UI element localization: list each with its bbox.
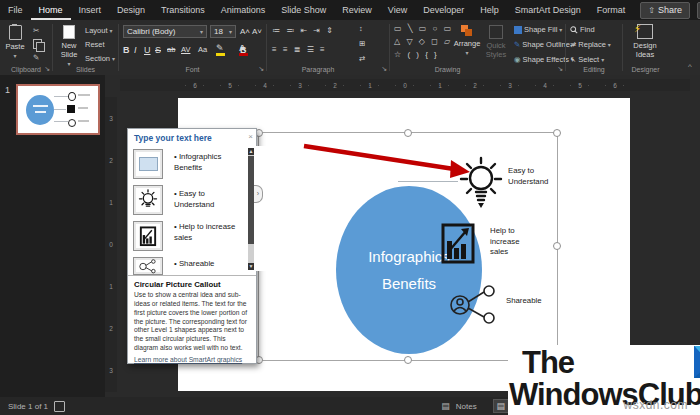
search-icon xyxy=(570,26,578,34)
resize-handle-middle-right[interactable] xyxy=(553,242,561,250)
font-color-button[interactable]: A xyxy=(239,43,248,56)
tab-format[interactable]: Format xyxy=(589,0,634,20)
share-icon: ⇧ xyxy=(648,6,655,15)
section-button[interactable]: Section▾ xyxy=(85,54,115,63)
align-text-button[interactable]: ⊞ xyxy=(359,39,365,48)
normal-view-button[interactable]: ▤ xyxy=(493,399,509,413)
drawing-dialog-launcher[interactable]: ↘ xyxy=(557,65,563,73)
shape-fill-button[interactable]: Shape Fill▾ xyxy=(514,25,562,34)
font-size-select[interactable]: 18▾ xyxy=(210,25,236,38)
copy-icon xyxy=(33,39,42,49)
resize-handle-top-center[interactable] xyxy=(404,129,412,137)
proofing-icon[interactable] xyxy=(54,401,65,412)
tab-home[interactable]: Home xyxy=(31,0,71,20)
dropdown-arrow-icon: ▾ xyxy=(465,50,468,57)
character-spacing-button[interactable]: AV xyxy=(181,45,190,54)
change-case-button[interactable]: Aa xyxy=(198,45,207,54)
notes-button[interactable]: Notes xyxy=(456,402,477,411)
collapse-ribbon-button[interactable]: ^ xyxy=(688,62,692,71)
shape-effects-icon: ◉ xyxy=(514,55,521,64)
tab-file[interactable]: File xyxy=(0,0,31,20)
clipboard-dialog-launcher[interactable]: ↘ xyxy=(44,65,50,73)
node-label-shareable[interactable]: Shareable xyxy=(506,296,566,307)
tab-view[interactable]: View xyxy=(380,0,415,20)
resize-handle-top-right[interactable] xyxy=(553,129,561,137)
select-button[interactable]: ↖ Select▾ xyxy=(570,55,604,64)
picture-placeholder-icon[interactable] xyxy=(133,149,163,179)
font-dialog-launcher[interactable]: ↘ xyxy=(258,65,264,73)
tab-transitions[interactable]: Transitions xyxy=(153,0,213,20)
convert-to-smartart-button[interactable]: ⇄ xyxy=(359,54,365,63)
dropdown-arrow-icon: ▾ xyxy=(110,27,113,34)
outline-item-1[interactable]: Infographics Benefits xyxy=(174,151,246,174)
menu-bar: File Home Insert Design Transitions Anim… xyxy=(0,0,700,20)
resize-handle-bottom-center[interactable] xyxy=(404,356,412,364)
design-ideas-icon: ⚡ xyxy=(637,24,653,39)
cut-button[interactable]: ✂ xyxy=(33,26,39,35)
shapes-gallery-row-2[interactable]: △ ▽ ◇ ◻ ▱ xyxy=(394,37,452,47)
paragraph-align-buttons[interactable]: ≡ ≡ ≣ ☰ ≡ xyxy=(272,45,327,55)
tab-slide-show[interactable]: Slide Show xyxy=(273,0,334,20)
node-label-easy-to-understand[interactable]: Easy to Understand xyxy=(508,166,556,187)
bold-button[interactable]: B xyxy=(123,45,130,55)
format-painter-button[interactable]: ✎ xyxy=(33,53,39,62)
layout-description: Circular Picture Callout Use to show a c… xyxy=(128,275,256,363)
outline-item-2[interactable]: Easy to Understand xyxy=(174,188,246,211)
increase-font-button[interactable]: A˄ xyxy=(240,27,250,36)
highlight-color-button[interactable]: ✎ xyxy=(216,43,225,56)
powerpoint-window: File Home Insert Design Transitions Anim… xyxy=(0,0,700,415)
tab-design[interactable]: Design xyxy=(109,0,153,20)
tab-help[interactable]: Help xyxy=(472,0,507,20)
tab-insert[interactable]: Insert xyxy=(71,0,110,20)
node-label-help-increase-sales[interactable]: Help to increase sales xyxy=(490,226,530,258)
chart-list-icon[interactable] xyxy=(133,221,163,251)
tab-developer[interactable]: Developer xyxy=(415,0,472,20)
tab-animations[interactable]: Animations xyxy=(213,0,274,20)
decrease-font-button[interactable]: A˅ xyxy=(252,27,262,36)
learn-more-link[interactable]: Learn more about SmartArt graphics xyxy=(134,356,250,363)
new-slide-button[interactable]: New Slide ▾ xyxy=(55,25,83,68)
paste-button[interactable]: Paste ▾ xyxy=(3,25,27,60)
tab-smartart-design[interactable]: SmartArt Design xyxy=(507,0,589,20)
paragraph-list-buttons[interactable]: ≔ ≕ ⇤ ⇥ ⇕ xyxy=(272,26,335,36)
find-button[interactable]: Find xyxy=(570,25,595,34)
group-designer: ⚡ Design Ideas Designer xyxy=(623,20,668,74)
italic-button[interactable]: I xyxy=(134,45,137,55)
central-circle-shape[interactable]: Infographics Benefits xyxy=(336,186,482,354)
text-pane-scrollbar[interactable]: ▲▼ xyxy=(248,148,254,270)
replace-button[interactable]: ⇄ Replace▾ xyxy=(570,40,611,49)
arrange-icon xyxy=(461,25,473,37)
chart-icon[interactable] xyxy=(440,222,476,266)
slide-number: 1 xyxy=(5,85,10,95)
quick-styles-button[interactable]: Quick Styles xyxy=(482,25,510,59)
close-icon[interactable]: × xyxy=(248,132,253,141)
underline-button[interactable]: U xyxy=(144,45,151,55)
layout-button[interactable]: Layout▾ xyxy=(85,26,113,35)
outline-item-3[interactable]: Help to increase sales xyxy=(174,221,246,244)
new-slide-icon xyxy=(63,25,75,39)
slide-indicator: Slide 1 of 1 xyxy=(8,402,48,411)
highlight-pen-icon: ✎ xyxy=(216,43,224,53)
font-family-select[interactable]: Calibri (Body)▾ xyxy=(123,25,207,38)
share-list-icon[interactable] xyxy=(133,257,163,275)
slide-1-thumbnail[interactable] xyxy=(16,84,100,135)
group-label-font: Font xyxy=(119,66,266,73)
vertical-ruler[interactable]: 321 012 3 xyxy=(105,97,117,392)
red-annotation-arrow xyxy=(298,138,478,184)
share-icon[interactable] xyxy=(446,284,502,326)
arrange-button[interactable]: Arrange ▾ xyxy=(452,25,482,57)
tab-review[interactable]: Review xyxy=(334,0,380,20)
horizontal-ruler[interactable]: 65 43 21 01 23 45 6 xyxy=(120,79,690,91)
design-ideas-button[interactable]: ⚡ Design Ideas xyxy=(628,24,662,59)
reset-button[interactable]: Reset xyxy=(85,40,105,49)
lightbulb-list-icon[interactable] xyxy=(133,185,163,215)
shapes-gallery-row-1[interactable]: ▭ ╲ ▭ ○ ▭ xyxy=(394,24,453,34)
text-direction-button[interactable]: ↕ xyxy=(359,24,363,33)
share-button[interactable]: ⇧ Share xyxy=(640,2,690,19)
shapes-gallery-row-3[interactable]: ☆ ( ) { } xyxy=(394,50,439,60)
copy-button[interactable] xyxy=(33,39,42,49)
outline-item-4[interactable]: Shareable xyxy=(174,258,246,269)
strikethrough-button[interactable]: S xyxy=(155,45,161,55)
paragraph-dialog-launcher[interactable]: ↘ xyxy=(381,65,387,73)
strikethrough-ab-button[interactable]: ab xyxy=(167,45,175,54)
